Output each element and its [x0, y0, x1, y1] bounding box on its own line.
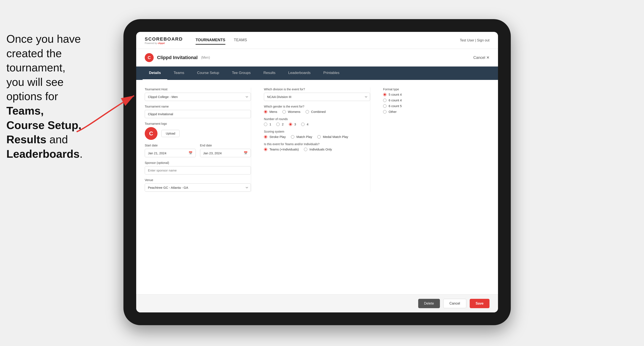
instruction-line2: created the [6, 47, 62, 59]
format-6count4-radio[interactable] [383, 99, 386, 102]
format-5count4-radio[interactable] [383, 93, 386, 96]
upload-button[interactable]: Upload [161, 130, 180, 137]
gender-mens[interactable]: Mens [264, 110, 277, 114]
tablet-frame: SCOREBOARD Powered by clippd TOURNAMENTS… [124, 19, 511, 325]
tournament-tag: (Men) [201, 56, 210, 59]
scoring-match-label: Match Play [296, 135, 312, 139]
logo-area: SCOREBOARD Powered by clippd [145, 36, 183, 44]
scoring-match-radio[interactable] [291, 135, 294, 139]
logo-preview: C [145, 127, 158, 140]
instruction-bold2: Course Setup, [6, 119, 82, 131]
tournament-name-input[interactable] [145, 110, 251, 118]
scoring-medal-label: Medal Match Play [323, 135, 348, 139]
venue-group: Venue Peachtree GC - Atlanta - GA [145, 178, 251, 192]
teams-with-individuals-radio[interactable] [264, 148, 267, 151]
format-5count4[interactable]: 5 count 4 [383, 93, 490, 96]
rounds-1[interactable]: 1 [264, 122, 271, 126]
nav-tournaments[interactable]: TOURNAMENTS [196, 36, 226, 45]
scoring-medal[interactable]: Medal Match Play [317, 135, 348, 139]
teams-with-individuals[interactable]: Teams (+Individuals) [264, 148, 299, 151]
start-date-group: Start date Jan 21, 2024 📅 [145, 144, 196, 157]
gender-combined-label: Combined [311, 110, 326, 114]
form-scroll-area: Tournament Host Clippd College - Men Tou… [136, 80, 498, 294]
host-label: Tournament Host [145, 88, 251, 91]
instruction-bold3: Results [6, 133, 46, 146]
tab-tee-groups[interactable]: Tee Groups [226, 66, 257, 80]
instructional-text: Once you have created the tournament, yo… [0, 28, 104, 165]
instruction-bold1: Teams, [6, 105, 44, 117]
format-radio-group: 5 count 4 6 count 4 6 count 5 [383, 93, 490, 114]
format-5count4-label: 5 count 4 [388, 93, 402, 96]
cancel-button[interactable]: Cancel [443, 299, 466, 308]
start-date-value: Jan 21, 2024 [148, 151, 166, 155]
scoring-group: Scoring system Stroke Play Match Play [264, 130, 370, 139]
format-other[interactable]: Other [383, 110, 490, 114]
delete-button[interactable]: Delete [418, 299, 440, 308]
tab-results[interactable]: Results [257, 66, 282, 80]
tournament-name: Clippd Invitational [157, 55, 198, 60]
logo-title: SCOREBOARD [145, 36, 183, 42]
scoring-stroke-radio[interactable] [264, 135, 267, 139]
gender-combined-radio[interactable] [306, 110, 309, 114]
user-area[interactable]: Test User | Sign out [460, 38, 490, 42]
rounds-label: Number of rounds [264, 117, 370, 121]
logo-label: Tournament logo [145, 122, 251, 125]
format-6count4-label: 6 count 4 [388, 98, 402, 102]
rounds-3-radio[interactable] [289, 123, 292, 126]
tab-printables[interactable]: Printables [317, 66, 346, 80]
host-group: Tournament Host Clippd College - Men [145, 88, 251, 101]
rounds-4-radio[interactable] [301, 123, 304, 126]
format-6count5-radio[interactable] [383, 104, 386, 108]
teams-radio-row: Teams (+Individuals) Individuals Only [264, 148, 370, 151]
instruction-bold4: Leaderboards [6, 148, 80, 160]
sign-out-link[interactable]: Sign out [477, 38, 490, 42]
scoring-stroke[interactable]: Stroke Play [264, 135, 286, 139]
sponsor-label: Sponsor (optional) [145, 161, 251, 165]
tab-leaderboards[interactable]: Leaderboards [282, 66, 317, 80]
rounds-1-label: 1 [270, 122, 271, 126]
nav-teams[interactable]: TEAMS [234, 36, 247, 45]
tab-course-setup[interactable]: Course Setup [191, 66, 226, 80]
tab-teams[interactable]: Teams [167, 66, 191, 80]
rounds-radio-row: 1 2 3 4 [264, 122, 370, 126]
teams-group: Is this event for Teams and/or Individua… [264, 142, 370, 151]
format-6count5[interactable]: 6 count 5 [383, 104, 490, 108]
start-date-input[interactable]: Jan 21, 2024 📅 [145, 149, 196, 157]
venue-select[interactable]: Peachtree GC - Atlanta - GA [145, 183, 251, 192]
rounds-4[interactable]: 4 [301, 122, 308, 126]
host-select[interactable]: Clippd College - Men [145, 93, 251, 101]
rounds-2-radio[interactable] [276, 123, 280, 126]
gender-womens-radio[interactable] [282, 110, 286, 114]
teams-with-individuals-label: Teams (+Individuals) [270, 148, 299, 151]
tab-details[interactable]: Details [142, 66, 167, 80]
gender-mens-radio[interactable] [264, 110, 267, 114]
scoring-stroke-label: Stroke Play [270, 135, 286, 139]
tablet-screen: SCOREBOARD Powered by clippd TOURNAMENTS… [136, 32, 498, 312]
rounds-1-radio[interactable] [264, 123, 267, 126]
user-label: Test User | [460, 38, 477, 42]
form-col1: Tournament Host Clippd College - Men Tou… [145, 88, 251, 192]
end-date-input[interactable]: Jan 23, 2024 📅 [200, 149, 251, 157]
scoring-medal-radio[interactable] [317, 135, 321, 139]
division-select[interactable]: NCAA Division III [264, 93, 370, 101]
scoring-match[interactable]: Match Play [291, 135, 312, 139]
gender-mens-label: Mens [270, 110, 277, 114]
rounds-2[interactable]: 2 [276, 122, 284, 126]
date-row: Start date Jan 21, 2024 📅 End date Jan 2… [145, 144, 251, 157]
tournament-header: C Clippd Invitational (Men) Cancel ✕ [136, 49, 498, 66]
individuals-only[interactable]: Individuals Only [304, 148, 332, 151]
gender-womens[interactable]: Womens [282, 110, 300, 114]
format-6count4[interactable]: 6 count 4 [383, 98, 490, 102]
rounds-3[interactable]: 3 [289, 122, 296, 126]
rounds-4-label: 4 [307, 122, 308, 126]
cancel-top-button[interactable]: Cancel ✕ [473, 55, 490, 60]
instruction-line1: Once you have [6, 33, 81, 45]
scoring-label: Scoring system [264, 130, 370, 133]
gender-combined[interactable]: Combined [306, 110, 326, 114]
instruction-line3: tournament, [6, 61, 66, 74]
sponsor-input[interactable] [145, 166, 251, 174]
format-other-radio[interactable] [383, 110, 386, 114]
save-button[interactable]: Save [470, 299, 490, 308]
individuals-only-radio[interactable] [304, 148, 307, 151]
instruction-line4: you will see [6, 76, 64, 88]
